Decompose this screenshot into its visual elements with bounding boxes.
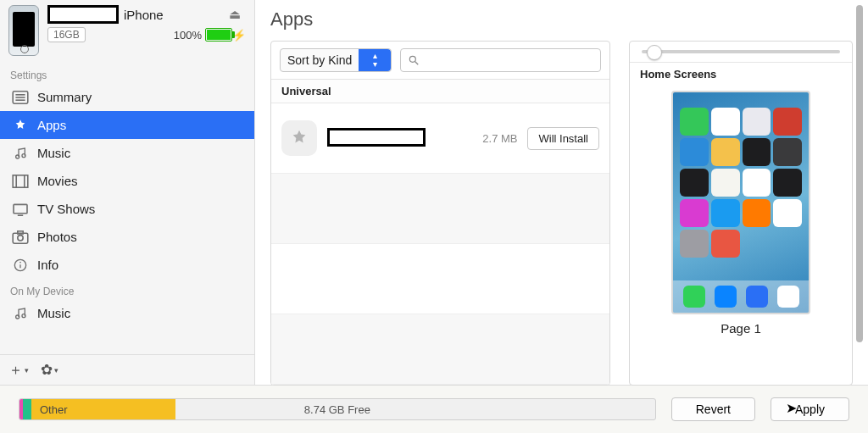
empty-row xyxy=(271,244,609,314)
info-icon xyxy=(12,258,29,272)
apps-icon xyxy=(12,119,29,132)
app-icon xyxy=(680,199,709,227)
dock-icon xyxy=(683,286,705,308)
usage-segment xyxy=(23,399,31,419)
app-icon xyxy=(711,169,740,197)
app-icon xyxy=(680,169,709,197)
revert-button[interactable]: Revert xyxy=(671,397,755,421)
search-input[interactable] xyxy=(400,48,601,72)
search-icon xyxy=(408,54,420,66)
battery-icon xyxy=(205,28,232,42)
svg-rect-9 xyxy=(14,204,27,213)
svg-point-19 xyxy=(410,56,416,62)
app-icon xyxy=(773,108,802,136)
app-icon xyxy=(773,138,802,166)
sort-dropdown-label: Sort by Kind xyxy=(281,53,359,67)
app-icon xyxy=(773,199,802,227)
device-header: iPhone ⏏ 16GB 100%⚡ xyxy=(0,0,254,63)
music-icon xyxy=(12,147,29,160)
app-size: 2.7 MB xyxy=(482,132,517,145)
summary-icon xyxy=(12,91,29,104)
settings-section-header: Settings xyxy=(0,63,254,83)
sidebar-item-photos[interactable]: Photos xyxy=(0,223,254,251)
page-label: Page 1 xyxy=(721,321,761,336)
app-icon xyxy=(743,108,771,136)
empty-row xyxy=(271,314,609,385)
slider-knob[interactable] xyxy=(647,45,662,60)
app-row[interactable]: 2.7 MB Will Install xyxy=(271,103,609,174)
sidebar-item-label: TV Shows xyxy=(37,202,95,216)
zoom-slider[interactable] xyxy=(642,50,840,53)
svg-point-4 xyxy=(16,155,19,158)
sidebar-footer: ＋▾ ✿▾ xyxy=(0,354,254,385)
sidebar-item-label: Music xyxy=(37,146,70,160)
app-icon xyxy=(743,138,771,166)
will-install-button[interactable]: Will Install xyxy=(527,127,599,150)
svg-rect-6 xyxy=(13,175,28,186)
app-icon xyxy=(743,199,771,227)
app-icon xyxy=(773,169,802,197)
usage-segment-other: Other xyxy=(31,399,175,419)
home-screens-label: Home Screens xyxy=(630,63,852,86)
chevron-up-down-icon: ▴▾ xyxy=(359,49,391,71)
battery-percent: 100%⚡ xyxy=(174,28,246,42)
app-name-redacted xyxy=(327,128,426,147)
app-icon xyxy=(711,230,740,258)
sidebar-item-apps[interactable]: Apps xyxy=(0,111,254,139)
app-icon xyxy=(711,108,740,136)
sidebar-item-label: Apps xyxy=(37,118,66,132)
footer: Other 8.74 GB Free Revert Apply ➤ xyxy=(0,385,868,433)
apps-panel: Sort by Kind ▴▾ Universal xyxy=(270,41,610,386)
svg-point-18 xyxy=(22,314,25,317)
sidebar-item-label: Summary xyxy=(37,90,92,104)
svg-point-17 xyxy=(16,315,19,319)
app-icon xyxy=(680,138,709,166)
dock-icon xyxy=(746,286,768,308)
sidebar-item-label: Info xyxy=(37,258,58,272)
app-icon xyxy=(680,230,709,258)
app-thumbnail-icon xyxy=(281,120,317,156)
tv-icon xyxy=(12,203,29,216)
empty-row xyxy=(271,174,609,244)
on-device-section-header: On My Device xyxy=(0,279,254,299)
device-name-suffix: iPhone xyxy=(124,8,164,22)
add-button[interactable]: ＋▾ xyxy=(8,360,29,380)
app-icon xyxy=(680,108,709,136)
sidebar-item-label: Music xyxy=(37,306,70,320)
sidebar-item-music[interactable]: Music xyxy=(0,139,254,167)
app-icon xyxy=(711,138,740,166)
svg-point-12 xyxy=(18,235,23,240)
music-icon xyxy=(12,307,29,320)
scrollbar[interactable] xyxy=(856,5,863,342)
app-icon xyxy=(743,169,771,197)
sort-dropdown[interactable]: Sort by Kind ▴▾ xyxy=(280,48,392,72)
app-group-header: Universal xyxy=(271,80,609,103)
sidebar-item-movies[interactable]: Movies xyxy=(0,167,254,195)
sidebar-item-label: Movies xyxy=(37,174,78,188)
svg-line-20 xyxy=(415,62,419,65)
sidebar-item-label: Photos xyxy=(37,230,77,244)
storage-usage-bar: Other 8.74 GB Free xyxy=(19,398,656,420)
home-screens-panel: Home Screens xyxy=(629,41,853,386)
sidebar-item-tv-shows[interactable]: TV Shows xyxy=(0,195,254,223)
dock-icon xyxy=(715,286,737,308)
app-icon xyxy=(711,199,740,227)
usage-other-label: Other xyxy=(40,403,68,416)
svg-rect-13 xyxy=(18,230,23,233)
sidebar-item-summary[interactable]: Summary xyxy=(0,83,254,111)
sidebar: iPhone ⏏ 16GB 100%⚡ Settings Summary xyxy=(0,0,255,385)
gear-button[interactable]: ✿▾ xyxy=(41,360,58,380)
eject-button[interactable]: ⏏ xyxy=(224,5,246,24)
apply-button[interactable]: Apply xyxy=(771,397,849,421)
dock-icon xyxy=(777,286,799,308)
sidebar-item-info[interactable]: Info xyxy=(0,251,254,279)
photos-icon xyxy=(12,230,29,244)
home-screen-preview[interactable] xyxy=(671,91,810,314)
page-title: Apps xyxy=(270,8,853,31)
svg-point-5 xyxy=(22,153,25,157)
movies-icon xyxy=(12,175,29,188)
device-thumbnail-icon xyxy=(8,5,39,56)
app-title xyxy=(327,128,426,149)
device-name-redacted xyxy=(47,5,119,24)
sidebar-item-device-music[interactable]: Music xyxy=(0,299,254,327)
